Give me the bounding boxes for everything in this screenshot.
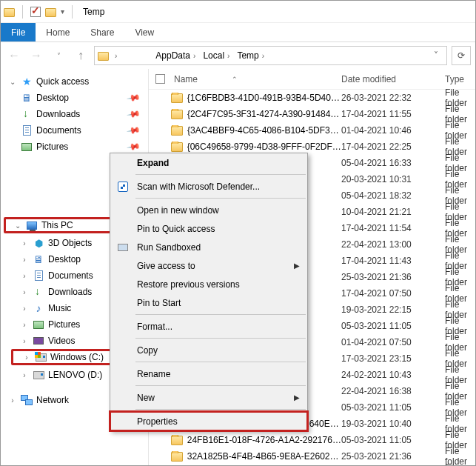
menu-format[interactable]: Format... [110,317,307,336]
table-row[interactable]: 32A1825B-4F4B-4B65-9E8A-E2602FCD...25-03… [149,448,475,465]
tab-view[interactable]: View [124,23,164,41]
menu-scan-defender[interactable]: Scan with Microsoft Defender... [110,177,307,196]
nav-label: Downloads [36,109,80,119]
breadcrumb[interactable]: AppData› [152,49,198,62]
nav-recent-dropdown[interactable]: ˅ [50,47,67,64]
file-name: {1C6FBDB3-41D0-491B-93B4-5D40D15... [187,93,341,103]
nav-label: Pictures [48,319,80,330]
chevron-right-icon[interactable]: › [20,371,29,379]
breadcrumb[interactable]: Temp› [234,49,267,62]
menu-pin-start[interactable]: Pin to Start [110,293,307,312]
folder-icon [171,436,183,445]
chevron-right-icon[interactable]: › [115,52,117,60]
nav-label: Documents [48,270,93,281]
tab-home[interactable]: Home [36,23,80,41]
folder-icon [171,452,183,462]
nav-label: 3D Objects [48,238,92,248]
music-icon: ♪ [32,303,45,313]
nav-back-button[interactable]: ← [5,47,23,64]
downloads-icon [20,110,33,119]
nav-downloads[interactable]: Downloads 📌 [1,106,148,122]
column-type[interactable]: Type [445,74,475,84]
file-date: 22-04-2021 13:00 [341,239,445,250]
quick-access-toolbar: ▾ [4,5,76,19]
menu-rename[interactable]: Rename [110,365,307,383]
chevron-down-icon[interactable]: ⌄ [8,78,17,86]
nav-up-button[interactable]: ↑ [72,47,90,64]
folder-icon [171,93,183,103]
table-row[interactable]: {1C6FBDB3-41D0-491B-93B4-5D40D15...26-03… [149,90,475,106]
file-date: 24-02-2021 10:43 [341,370,445,380]
table-row[interactable]: {3AC4BBF9-4C65-4086-B104-5DF3482...01-04… [149,122,475,139]
chevron-right-icon[interactable]: › [20,256,29,264]
chevron-right-icon[interactable]: › [20,239,29,247]
file-name: 24FB16E1-018F-4726-A1A2-29217664E... [187,435,341,445]
pin-icon: 📌 [126,107,141,122]
sandbox-icon [116,241,130,254]
qat-checkbox-icon[interactable] [30,7,41,17]
menu-open-new-window[interactable]: Open in new window [110,201,307,219]
menu-new[interactable]: New ▶ [110,388,307,407]
window-title: Temp [83,7,104,17]
file-date: 05-04-2021 18:32 [341,190,445,201]
table-row[interactable]: {2C4F7C95-3F31-4274-A390-9148448A...17-0… [149,106,475,122]
qat-overflow-icon[interactable]: ▾ [61,7,64,16]
chevron-down-icon[interactable]: ⌄ [13,222,22,230]
address-dropdown-icon[interactable]: ˅ [429,50,443,61]
documents-icon [32,270,45,281]
chevron-right-icon[interactable]: › [262,52,264,60]
qat-folder-icon[interactable] [45,8,56,17]
downloads-icon [32,287,45,296]
menu-pin-quick-access[interactable]: Pin to Quick access [110,219,307,238]
address-folder-icon [98,52,109,61]
chevron-right-icon[interactable]: › [20,272,29,280]
menu-expand[interactable]: Expand [110,153,307,172]
chevron-right-icon[interactable]: › [227,52,229,60]
chevron-right-icon: ▶ [294,262,300,270]
nav-label: This PC [41,220,73,230]
menu-label: Scan with Microsoft Defender... [137,182,260,192]
nav-documents[interactable]: Documents 📌 [1,122,148,139]
column-date[interactable]: Date modified [341,74,445,84]
chevron-right-icon[interactable]: › [20,337,29,345]
videos-icon [32,337,45,344]
refresh-button[interactable]: ⟳ [452,46,471,65]
chevron-right-icon[interactable]: › [193,52,195,60]
select-all-checkbox[interactable] [155,74,165,84]
drive-icon [32,371,45,379]
menu-properties[interactable]: Properties [110,412,307,430]
file-name: 32A1825B-4F4B-4B65-9E8A-E2602FCD... [187,451,341,462]
file-date: 17-04-2021 11:43 [341,256,445,266]
tab-file[interactable]: File [1,23,36,41]
file-date: 22-04-2021 16:38 [341,386,445,396]
nav-forward-button[interactable]: → [27,47,45,64]
tab-share[interactable]: Share [80,23,124,41]
nav-label: Network [36,395,69,405]
chevron-right-icon[interactable]: › [20,304,29,313]
column-name[interactable]: Name⌃ [171,74,341,84]
chevron-right-icon[interactable]: › [8,396,17,405]
nav-label: Windows (C:) [50,352,104,362]
menu-give-access[interactable]: Give access to ▶ [110,256,307,275]
shield-icon [116,180,130,193]
nav-quick-access[interactable]: ⌄ ★ Quick access [1,73,148,90]
menu-restore-previous[interactable]: Restore previous versions [110,275,307,293]
nav-label: Pictures [36,142,68,152]
menu-run-sandboxed[interactable]: Run Sandboxed [110,238,307,256]
file-date: 17-04-2021 11:54 [341,223,445,233]
file-date: 05-03-2021 11:05 [341,402,445,413]
chevron-right-icon[interactable]: › [20,321,29,329]
file-date: 25-03-2021 21:36 [341,451,445,462]
file-date: 01-04-2021 10:46 [341,125,445,136]
menu-copy[interactable]: Copy [110,341,307,359]
chevron-right-icon[interactable]: › [20,288,29,296]
breadcrumb[interactable]: Local› [200,49,232,62]
monitor-icon [25,222,38,230]
address-box[interactable]: › AppData› Local› Temp› ˅ [94,46,447,65]
table-row[interactable]: 24FB16E1-018F-4726-A1A2-29217664E...05-0… [149,432,475,448]
menu-label: Give access to [137,261,195,271]
nav-label: Quick access [36,76,89,87]
file-date: 05-04-2021 16:33 [341,158,445,168]
nav-desktop[interactable]: 🖥 Desktop 📌 [1,90,148,106]
chevron-right-icon[interactable]: › [22,353,31,362]
